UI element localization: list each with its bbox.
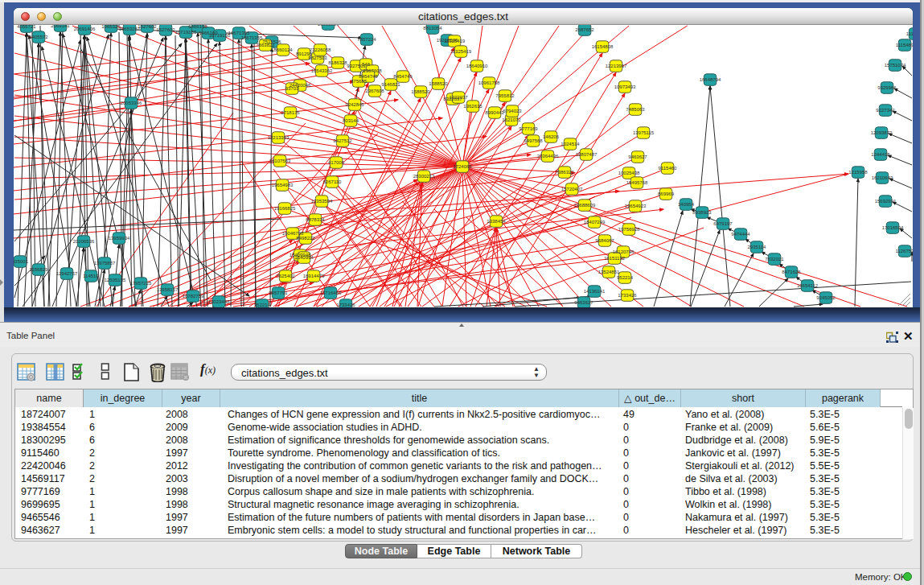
svg-text:16543362: 16543362 <box>311 68 333 73</box>
svg-text:1126753: 1126753 <box>896 249 913 253</box>
svg-text:7625402: 7625402 <box>276 274 295 278</box>
svg-text:7663822: 7663822 <box>256 43 275 47</box>
svg-text:10654112: 10654112 <box>797 283 819 288</box>
svg-text:803144: 803144 <box>343 118 359 123</box>
svg-text:19654983: 19654983 <box>272 183 294 187</box>
svg-text:9427512: 9427512 <box>333 138 352 143</box>
svg-text:1322037: 1322037 <box>449 95 468 100</box>
svg-text:11325419: 11325419 <box>450 49 472 54</box>
svg-text:16648794: 16648794 <box>700 77 721 82</box>
svg-text:19756928: 19756928 <box>618 227 640 232</box>
svg-text:10719155: 10719155 <box>175 30 197 35</box>
svg-text:8454749: 8454749 <box>359 74 378 79</box>
svg-text:16151132: 16151132 <box>604 256 626 261</box>
svg-text:20053346: 20053346 <box>121 101 142 105</box>
svg-text:15716465: 15716465 <box>320 290 342 295</box>
svg-text:15692991: 15692991 <box>875 199 897 204</box>
svg-text:16671355: 16671355 <box>241 35 263 40</box>
svg-text:1215958: 1215958 <box>848 170 868 175</box>
svg-text:16914479: 16914479 <box>303 274 325 278</box>
svg-text:12942757: 12942757 <box>56 271 78 276</box>
svg-text:1405572: 1405572 <box>29 35 48 39</box>
svg-text:8660124: 8660124 <box>273 47 293 52</box>
svg-text:18640910: 18640910 <box>466 64 488 68</box>
svg-text:114519: 114519 <box>83 274 99 278</box>
svg-text:17957225: 17957225 <box>130 281 152 286</box>
svg-text:1724065: 1724065 <box>453 164 472 169</box>
svg-text:7955812: 7955812 <box>495 93 515 98</box>
svg-text:12093872: 12093872 <box>871 130 893 135</box>
svg-text:140954: 140954 <box>678 202 695 207</box>
svg-text:1024514: 1024514 <box>561 142 580 146</box>
svg-text:8498222: 8498222 <box>296 236 315 241</box>
svg-text:10961758: 10961758 <box>478 80 500 85</box>
svg-text:16107563: 16107563 <box>269 159 291 163</box>
svg-text:9463627: 9463627 <box>574 300 593 305</box>
svg-text:12023448: 12023448 <box>208 299 230 304</box>
svg-text:9227342: 9227342 <box>876 108 895 113</box>
svg-text:2935114: 2935114 <box>748 245 767 249</box>
svg-text:9329966: 9329966 <box>877 85 897 90</box>
svg-text:16033809: 16033809 <box>318 25 339 27</box>
svg-text:6466160: 6466160 <box>188 25 207 29</box>
svg-text:12213363: 12213363 <box>268 135 290 140</box>
svg-text:9242845: 9242845 <box>345 102 364 107</box>
svg-text:9457791: 9457791 <box>269 290 288 295</box>
svg-text:10025438: 10025438 <box>618 171 640 175</box>
svg-text:2687652: 2687652 <box>575 27 594 32</box>
svg-text:11325419: 11325419 <box>444 39 466 43</box>
svg-text:1540994: 1540994 <box>294 255 314 260</box>
svg-text:8471626: 8471626 <box>782 270 801 274</box>
svg-text:15495768: 15495768 <box>626 180 648 185</box>
svg-text:146206: 146206 <box>543 134 560 139</box>
svg-text:1527602: 1527602 <box>156 27 175 32</box>
svg-text:8186328: 8186328 <box>328 60 347 65</box>
svg-text:2367608: 2367608 <box>365 89 384 93</box>
svg-text:8267110: 8267110 <box>323 179 343 184</box>
svg-text:1588520: 1588520 <box>429 81 448 86</box>
svg-text:952214: 952214 <box>254 303 271 307</box>
svg-text:20691406: 20691406 <box>74 27 96 31</box>
svg-text:2367608: 2367608 <box>363 68 382 73</box>
svg-text:7485063: 7485063 <box>626 107 645 112</box>
svg-text:10807487: 10807487 <box>576 152 598 157</box>
svg-text:8454749: 8454749 <box>393 74 413 79</box>
svg-text:9684067: 9684067 <box>595 238 614 243</box>
svg-text:12353594: 12353594 <box>311 199 333 204</box>
svg-text:1527602: 1527602 <box>138 25 157 29</box>
svg-text:15751074: 15751074 <box>885 63 906 68</box>
svg-text:7386322: 7386322 <box>555 170 574 175</box>
svg-text:93703: 93703 <box>285 86 299 91</box>
svg-text:9827503: 9827503 <box>308 56 327 60</box>
svg-text:546: 546 <box>362 62 371 67</box>
svg-text:13524851: 13524851 <box>598 270 620 274</box>
svg-text:4055721: 4055721 <box>17 25 36 29</box>
svg-text:8938923: 8938923 <box>692 210 712 215</box>
svg-text:1115489: 1115489 <box>906 31 913 36</box>
svg-text:10688609: 10688609 <box>574 203 596 208</box>
svg-text:16782759: 16782759 <box>183 294 204 299</box>
svg-text:952214: 952214 <box>617 275 634 280</box>
svg-text:7857224: 7857224 <box>357 37 376 42</box>
svg-text:1338454: 1338454 <box>487 219 506 224</box>
svg-text:8813054: 8813054 <box>423 26 442 31</box>
svg-text:6497568: 6497568 <box>524 138 543 143</box>
svg-text:935001: 935001 <box>14 259 29 264</box>
svg-text:2069141: 2069141 <box>51 25 70 28</box>
svg-text:9777169: 9777169 <box>519 126 538 131</box>
svg-text:1244415: 1244415 <box>871 152 890 157</box>
svg-text:16154808: 16154808 <box>592 44 614 49</box>
svg-text:8990443: 8990443 <box>485 110 504 115</box>
svg-text:13975857: 13975857 <box>94 261 116 266</box>
svg-text:9146821: 9146821 <box>381 82 400 87</box>
svg-text:1733426: 1733426 <box>336 303 355 307</box>
svg-text:9474444: 9474444 <box>731 232 750 237</box>
svg-text:7632021: 7632021 <box>765 257 784 262</box>
svg-text:28300213: 28300213 <box>413 174 435 179</box>
svg-text:17016504: 17016504 <box>882 225 904 230</box>
svg-text:20364436: 20364436 <box>537 154 559 159</box>
svg-text:8878334: 8878334 <box>306 217 325 222</box>
svg-text:6794023: 6794023 <box>503 109 522 113</box>
svg-text:10973493: 10973493 <box>614 84 636 89</box>
svg-text:16120746: 16120746 <box>613 249 634 254</box>
